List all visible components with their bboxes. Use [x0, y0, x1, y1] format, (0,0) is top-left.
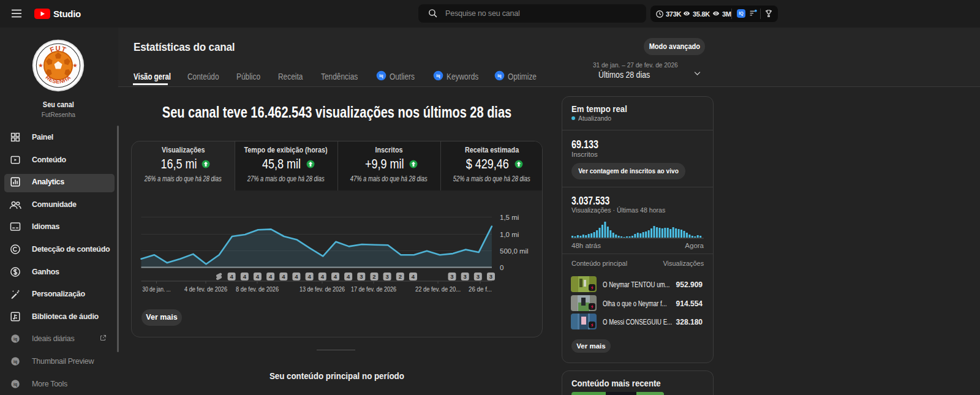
svg-text:2: 2 [399, 273, 402, 280]
svg-text:4: 4 [282, 273, 285, 280]
svg-text:0: 0 [500, 264, 503, 271]
svg-text:8 de fev. de 2026: 8 de fev. de 2026 [236, 285, 279, 293]
svg-text:4: 4 [334, 273, 337, 280]
svg-text:iq: iq [13, 359, 17, 364]
svg-text:iq: iq [379, 73, 383, 78]
svg-text:26 de f...: 26 de f... [469, 285, 492, 293]
svg-text:3: 3 [477, 273, 480, 280]
svg-text:500,0 mil: 500,0 mil [500, 247, 529, 255]
svg-text:★: ★ [72, 62, 77, 69]
svg-text:iq: iq [497, 73, 501, 78]
svg-text:3: 3 [489, 273, 492, 280]
svg-text:1,5 mi: 1,5 mi [500, 214, 519, 221]
svg-text:1,0 mi: 1,0 mi [500, 231, 519, 238]
svg-text:★: ★ [38, 62, 43, 69]
svg-text:3: 3 [450, 273, 453, 280]
svg-text:iq: iq [13, 337, 17, 342]
svg-text:3: 3 [464, 273, 467, 280]
svg-text:iq: iq [13, 382, 17, 386]
svg-text:4: 4 [321, 273, 325, 280]
svg-text:22 de fev. de 20...: 22 de fev. de 20... [415, 285, 461, 293]
svg-text:4: 4 [307, 273, 311, 280]
svg-text:4 de fev. de 2026: 4 de fev. de 2026 [184, 285, 227, 293]
svg-text:3: 3 [360, 273, 363, 280]
svg-text:4: 4 [256, 273, 260, 280]
svg-text:4: 4 [347, 273, 350, 280]
svg-text:3: 3 [385, 273, 388, 280]
svg-text:4: 4 [243, 273, 247, 280]
svg-text:17 de fev. de 2026: 17 de fev. de 2026 [351, 285, 396, 293]
svg-text:4: 4 [269, 273, 273, 280]
svg-text:4: 4 [230, 273, 233, 280]
svg-text:iq: iq [436, 73, 440, 78]
svg-text:30 de jan. ...: 30 de jan. ... [143, 285, 171, 293]
svg-text:4: 4 [295, 273, 298, 280]
svg-text:2: 2 [372, 273, 375, 280]
svg-text:4: 4 [412, 273, 415, 280]
svg-text:13 de fev. de 2026: 13 de fev. de 2026 [300, 285, 345, 293]
